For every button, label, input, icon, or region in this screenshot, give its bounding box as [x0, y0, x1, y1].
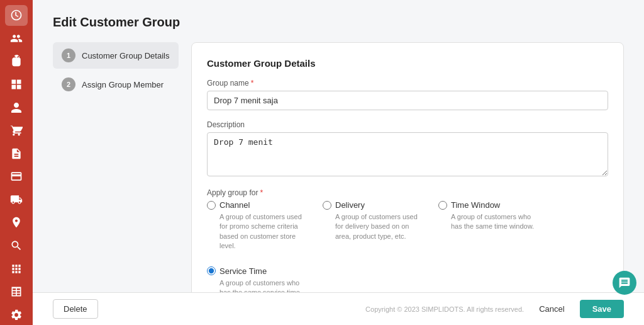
- step-1[interactable]: 1 Customer Group Details: [53, 42, 179, 69]
- footer-bar: Delete Copyright © 2023 SIMPLIDOTS. All …: [33, 292, 644, 325]
- delete-button[interactable]: Delete: [53, 299, 98, 319]
- radio-service-time: Service Time A group of customers who ha…: [207, 266, 308, 292]
- group-name-label: Group name *: [207, 79, 608, 88]
- radio-service-time-row: Service Time: [207, 266, 308, 276]
- box-icon[interactable]: [5, 51, 28, 72]
- radio-channel-row: Channel: [207, 200, 308, 210]
- radio-delivery-desc: A group of customers used for delivery b…: [323, 212, 423, 241]
- radio-channel-input[interactable]: [207, 201, 216, 210]
- location-icon[interactable]: [5, 212, 28, 233]
- radio-service-time-title: Service Time: [219, 266, 267, 276]
- radio-time-window-title: Time Window: [451, 200, 500, 210]
- radio-channel-title: Channel: [219, 200, 250, 210]
- required-star-apply: *: [260, 188, 263, 197]
- radio-delivery-title: Delivery: [335, 200, 365, 210]
- radio-delivery-row: Delivery: [323, 200, 423, 210]
- cart-icon[interactable]: [5, 120, 28, 141]
- sidebar: [0, 0, 33, 325]
- page-title: Edit Customer Group: [53, 15, 624, 30]
- step-2-label: Assign Group Member: [82, 80, 164, 89]
- main-content: Edit Customer Group 1 Customer Group Det…: [33, 0, 644, 325]
- apply-group-label: Apply group for *: [207, 188, 608, 197]
- description-label: Description: [207, 120, 608, 129]
- truck-icon[interactable]: [5, 190, 28, 210]
- form-panel: Customer Group Details Group name * Desc…: [191, 42, 624, 292]
- radio-delivery-input[interactable]: [323, 201, 331, 210]
- footer-right: Copyright © 2023 SIMPLIDOTS. All rights …: [365, 300, 624, 318]
- step-2-number: 2: [62, 77, 75, 91]
- radio-time-window-input[interactable]: [438, 201, 447, 210]
- settings-icon[interactable]: [5, 305, 28, 325]
- group-name-input[interactable]: [207, 91, 608, 110]
- step-2[interactable]: 2 Assign Group Member: [53, 71, 179, 98]
- search-list-icon[interactable]: [5, 236, 28, 256]
- document-icon[interactable]: [5, 143, 28, 164]
- steps-panel: 1 Customer Group Details 2 Assign Group …: [53, 42, 191, 292]
- table-icon[interactable]: [5, 282, 28, 302]
- chat-fab[interactable]: [613, 271, 636, 295]
- content-area: Edit Customer Group 1 Customer Group Det…: [33, 0, 644, 292]
- radio-group: Channel A group of customers used for pr…: [207, 200, 608, 292]
- grid-icon[interactable]: [5, 74, 28, 95]
- radio-time-window-desc: A group of customers who has the same ti…: [438, 212, 539, 232]
- radio-service-time-desc: A group of customers who has the same se…: [207, 278, 308, 292]
- radio-time-window-row: Time Window: [438, 200, 539, 210]
- description-group: Description Drop 7 menit: [207, 120, 608, 178]
- radio-time-window: Time Window A group of customers who has…: [438, 200, 539, 251]
- footer-left: Delete: [53, 299, 98, 319]
- card-icon[interactable]: [5, 166, 28, 187]
- cancel-button[interactable]: Cancel: [529, 300, 574, 318]
- apply-group-group: Apply group for * Channel A group of cus…: [207, 188, 608, 292]
- group-name-group: Group name *: [207, 79, 608, 110]
- form-layout: 1 Customer Group Details 2 Assign Group …: [53, 42, 624, 292]
- radio-channel-desc: A group of customers used for promo sche…: [207, 212, 308, 251]
- radio-channel: Channel A group of customers used for pr…: [207, 200, 308, 251]
- radio-delivery: Delivery A group of customers used for d…: [323, 200, 423, 251]
- required-star-name: *: [251, 79, 254, 88]
- description-input[interactable]: Drop 7 menit: [207, 132, 608, 176]
- form-section-title: Customer Group Details: [207, 58, 608, 69]
- step-1-number: 1: [62, 48, 75, 62]
- users-icon[interactable]: [5, 28, 28, 49]
- step-1-label: Customer Group Details: [82, 51, 169, 60]
- person-icon[interactable]: [5, 97, 28, 118]
- save-button[interactable]: Save: [580, 300, 624, 318]
- chart-icon[interactable]: [5, 5, 28, 26]
- footer-copyright: Copyright © 2023 SIMPLIDOTS. All rights …: [365, 305, 524, 313]
- radio-service-time-input[interactable]: [207, 266, 216, 275]
- apps-icon[interactable]: [5, 258, 28, 279]
